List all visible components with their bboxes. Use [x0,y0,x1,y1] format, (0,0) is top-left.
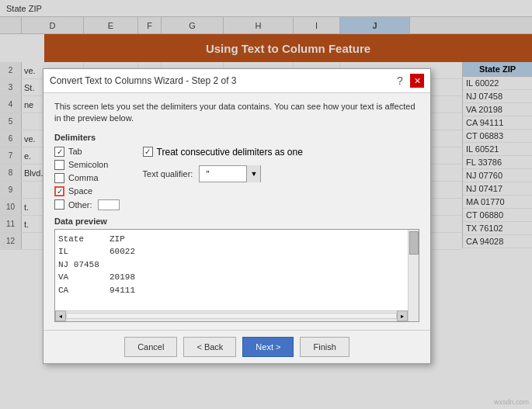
data-preview-label: Data preview [54,217,419,226]
data-preview-section: Data preview State ZIP IL 60022 NJ 07458… [54,217,419,322]
preview-scrollbar[interactable] [408,230,419,321]
delimiters-grid: Tab Semicolon Comma Space [54,147,419,210]
preview-line: CA 94111 [58,284,416,297]
checkbox-space[interactable] [54,186,64,196]
preview-line: IL 60022 [58,245,416,258]
checkbox-semicolon[interactable] [54,160,64,170]
delimiters-section: Delimiters Tab Semicolon Comma [54,133,419,210]
finish-button[interactable]: Finish [300,337,349,357]
checkbox-consecutive[interactable] [143,147,153,157]
delimiters-col-left: Tab Semicolon Comma Space [54,147,120,210]
hscroll-left-icon[interactable]: ◂ [55,310,66,321]
dialog-title: Convert Text to Columns Wizard - Step 2 … [50,75,237,86]
dialog-footer: Cancel < Back Next > Finish [43,330,430,363]
checkbox-other[interactable] [54,199,64,210]
other-input[interactable] [98,199,120,210]
preview-scroll-thumb[interactable] [409,231,419,255]
preview-content: State ZIP IL 60022 NJ 07458 VA 20198 CA … [58,233,416,297]
consecutive-row: Treat consecutive delimiters as one [143,147,303,158]
checkbox-tab-label: Tab [68,147,82,156]
qualifier-label: Text qualifier: [143,169,193,179]
checkbox-space-row: Space [54,186,120,196]
preview-line: State ZIP [58,233,416,246]
hscroll-track[interactable] [66,313,397,319]
wizard-dialog: Convert Text to Columns Wizard - Step 2 … [43,68,431,364]
close-icon[interactable]: ✕ [410,74,424,88]
right-options: Treat consecutive delimiters as one Text… [143,147,303,210]
preview-hscrollbar[interactable]: ◂ ▸ [55,310,408,321]
help-icon[interactable]: ? [393,74,407,88]
checkbox-comma-label: Comma [68,173,99,182]
preview-line: VA 20198 [58,271,416,284]
checkbox-tab[interactable] [54,147,64,157]
next-button[interactable]: Next > [242,337,294,357]
watermark: wxsdn.com [494,398,529,406]
checkbox-tab-row: Tab [54,147,120,157]
checkbox-space-label: Space [68,186,92,196]
checkbox-other-row: Other: [54,199,120,210]
checkbox-comma-row: Comma [54,173,120,183]
cancel-button[interactable]: Cancel [124,337,177,357]
qualifier-value: " [203,169,209,179]
hscroll-right-icon[interactable]: ▸ [397,310,408,321]
preview-line: NJ 07458 [58,258,416,272]
checkbox-semicolon-label: Semicolon [68,160,108,169]
checkbox-other-label: Other: [68,200,92,210]
qualifier-row: Text qualifier: " ▼ [143,165,303,182]
dialog-body: This screen lets you set the delimiters … [43,93,430,330]
preview-box: State ZIP IL 60022 NJ 07458 VA 20198 CA … [54,229,419,322]
dialog-titlebar: Convert Text to Columns Wizard - Step 2 … [43,69,430,93]
checkbox-comma[interactable] [54,173,64,183]
select-arrow-icon: ▼ [246,165,260,182]
qualifier-select[interactable]: " ▼ [199,165,261,182]
back-button[interactable]: < Back [183,337,236,357]
consecutive-label: Treat consecutive delimiters as one [157,147,303,158]
dialog-description: This screen lets you set the delimiters … [54,101,419,125]
checkbox-semicolon-row: Semicolon [54,160,120,170]
dialog-titlebar-actions: ? ✕ [393,74,424,88]
delimiters-label: Delimiters [54,133,419,142]
